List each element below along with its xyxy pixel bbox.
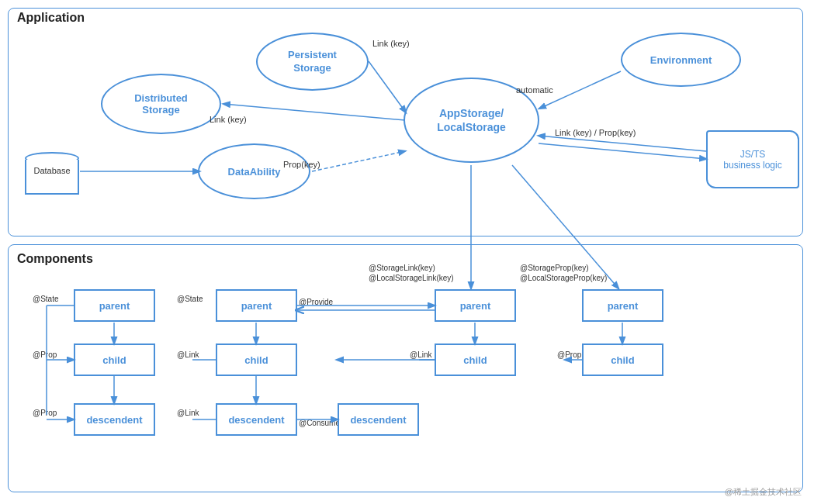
cylinder-body: Database	[25, 160, 79, 195]
col2-parent: parent	[216, 289, 297, 322]
col4-parent: parent	[582, 289, 663, 322]
col3-child: child	[435, 343, 516, 376]
col2-child: child	[216, 343, 297, 376]
col1-descendent-label: descendent	[86, 414, 142, 426]
link-key-label-2: Link (key)	[210, 115, 247, 124]
col2-state-annot: @State	[177, 295, 203, 303]
col2-consume-box: descendent	[338, 403, 419, 436]
col2-descendent-label: descendent	[228, 414, 284, 426]
col1-child: child	[74, 343, 155, 376]
col2-consume-annot: @Consume	[299, 419, 340, 427]
col3-lstorage-annot: @LocalStorageLink(key)	[369, 274, 454, 282]
components-label: Components	[17, 252, 93, 266]
col4-storage-annot: @StorageProp(key)	[520, 264, 589, 272]
persistent-storage-label: PersistentStorage	[288, 49, 337, 75]
automatic-label: automatic	[516, 85, 553, 95]
prop-key-label: Prop(key)	[283, 160, 320, 169]
persistent-storage-ellipse: PersistentStorage	[256, 33, 369, 91]
distributed-storage-label: DistributedStorage	[134, 92, 188, 116]
col2-child-label: child	[244, 354, 268, 366]
col1-parent-label: parent	[99, 300, 130, 312]
main-container: Application Components PersistentStorage…	[0, 0, 814, 504]
jslogic-label: JS/TSbusiness logic	[723, 149, 781, 171]
dataability-label: DataAbility	[228, 166, 281, 178]
col1-prop1-annot: @Prop	[33, 350, 57, 359]
col3-parent-label: parent	[460, 300, 491, 312]
appstorage-label: AppStorage/LocalStorage	[437, 106, 506, 134]
link-prop-key-label: Link (key) / Prop(key)	[555, 128, 636, 137]
database-cylinder: Database	[25, 152, 79, 199]
col4-prop-annot: @Prop	[557, 350, 581, 359]
environment-ellipse: Environment	[621, 33, 741, 87]
col1-descendent: descendent	[74, 403, 155, 436]
database-label: Database	[33, 166, 70, 175]
watermark: @稀土掘金技术社区	[725, 486, 802, 498]
col1-state-annot: @State	[33, 295, 59, 303]
jslogic-banner: JS/TSbusiness logic	[706, 130, 799, 188]
application-label: Application	[17, 11, 85, 25]
col2-parent-label: parent	[241, 300, 272, 312]
col2-descendent: descendent	[216, 403, 297, 436]
col2-link1-annot: @Link	[177, 350, 199, 359]
col3-parent: parent	[435, 289, 516, 322]
dataability-ellipse: DataAbility	[198, 143, 310, 199]
col1-parent: parent	[74, 289, 155, 322]
environment-label: Environment	[650, 54, 712, 66]
col1-child-label: child	[102, 354, 126, 366]
col4-parent-label: parent	[608, 300, 639, 312]
col3-link-annot: @Link	[410, 350, 432, 359]
col4-lstorage-annot: @LocalStorageProp(key)	[520, 274, 607, 282]
col4-child: child	[582, 343, 663, 376]
col3-storage-annot: @StorageLink(key)	[369, 264, 435, 272]
link-key-label-1: Link (key)	[372, 39, 410, 48]
col3-child-label: child	[463, 354, 487, 366]
col1-prop2-annot: @Prop	[33, 409, 57, 417]
distributed-storage-ellipse: DistributedStorage	[101, 74, 221, 134]
col4-child-label: child	[611, 354, 634, 366]
col2-consume-label: descendent	[350, 414, 406, 426]
col2-provide-annot: @Provide	[299, 298, 333, 306]
col2-link2-annot: @Link	[177, 409, 199, 417]
